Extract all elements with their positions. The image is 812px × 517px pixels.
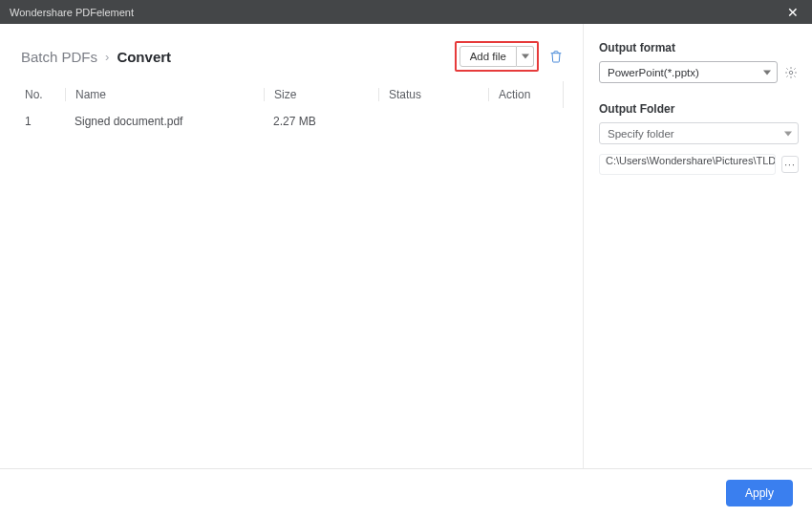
breadcrumb: Batch PDFs › Convert [21,49,171,65]
chevron-right-icon: › [105,50,109,64]
gear-icon[interactable] [783,65,799,80]
output-folder-select[interactable]: Specify folder [599,122,799,144]
breadcrumb-current: Convert [117,49,171,65]
cell-size: 2.27 MB [264,115,378,128]
col-size: Size [264,88,378,101]
output-format-value: PowerPoint(*.pptx) [608,67,699,78]
col-no: No. [19,88,65,101]
svg-point-0 [789,71,793,75]
col-status: Status [378,88,488,101]
table-header: No. Name Size Status Action [19,81,564,108]
apply-button[interactable]: Apply [726,480,793,506]
add-file-dropdown[interactable] [517,46,534,67]
chevron-down-icon [784,131,792,137]
add-file-highlight: Add file [455,41,539,72]
title-bar: Wondershare PDFelement ✕ [0,0,812,24]
output-format-label: Output format [599,41,799,54]
cell-no: 1 [19,115,65,128]
breadcrumb-prev[interactable]: Batch PDFs [21,49,97,65]
output-folder-path[interactable]: C:\Users\Wondershare\Pictures\TLDR T [599,154,776,175]
close-icon[interactable]: ✕ [783,5,802,20]
output-folder-label: Output Folder [599,102,799,116]
app-title: Wondershare PDFelement [10,7,134,18]
chevron-down-icon [763,70,771,75]
output-format-select[interactable]: PowerPoint(*.pptx) [599,61,778,83]
col-name: Name [65,88,264,101]
output-folder-value: Specify folder [608,128,674,140]
add-file-button[interactable]: Add file [459,46,517,67]
trash-icon[interactable] [548,49,564,64]
browse-button[interactable]: ··· [781,156,799,173]
col-action: Action [488,88,545,101]
cell-name: Signed document.pdf [65,115,264,128]
table-row[interactable]: 1 Signed document.pdf 2.27 MB [19,108,564,135]
